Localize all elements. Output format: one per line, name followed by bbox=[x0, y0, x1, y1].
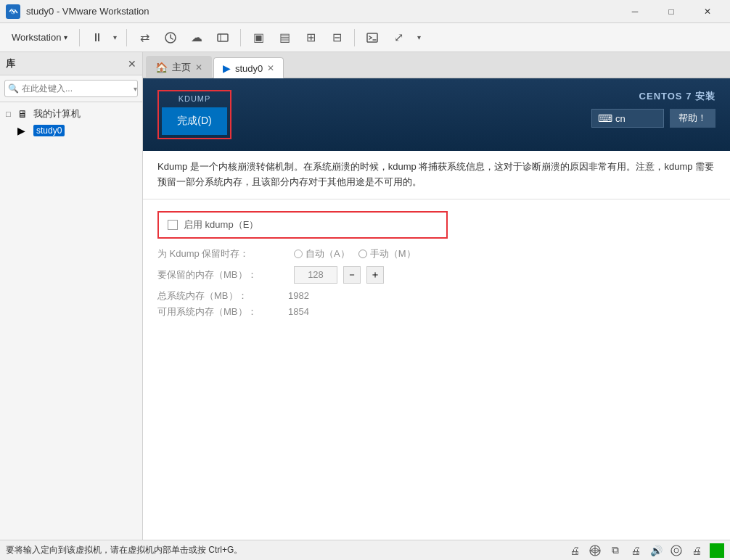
sidebar-title: 库 bbox=[6, 57, 15, 70]
keyboard-value: cn bbox=[615, 113, 626, 124]
toolbar-pause-dropdown-btn[interactable]: ▾ bbox=[109, 26, 120, 49]
toolbar-fullscreen-btn[interactable]: ⤢ bbox=[387, 26, 410, 49]
status-icon-usb[interactable] bbox=[669, 543, 684, 558]
kdump-enable-row: 启用 kdump（E） bbox=[157, 211, 448, 239]
sidebar-search: 🔍 ▾ bbox=[0, 75, 142, 102]
status-icon-printer2[interactable]: 🖨 bbox=[628, 543, 643, 558]
kdump-button-area: KDUMP 完成(D) bbox=[157, 90, 231, 139]
kdump-memory-row: 为 Kdump 保留时存： 自动（A） 手动（M） bbox=[157, 247, 715, 260]
sidebar-item-my-computer[interactable]: □ 🖥 我的计算机 bbox=[0, 105, 142, 123]
kdump-header: KDUMP 完成(D) CENTOS 7 安装 ⌨ cn 帮助！ bbox=[143, 78, 730, 151]
toolbar-group-1: ⏸ ▾ bbox=[86, 26, 120, 49]
vm-content[interactable]: KDUMP 完成(D) CENTOS 7 安装 ⌨ cn 帮助！ bbox=[143, 78, 730, 540]
toolbar-connect-btn[interactable]: ⇄ bbox=[133, 26, 156, 49]
sidebar-item-study0[interactable]: ▶ study0 bbox=[0, 123, 142, 139]
tab-study0-close[interactable]: ✕ bbox=[267, 63, 274, 73]
menu-dropdown-arrow: ▾ bbox=[64, 33, 67, 41]
title-bar: study0 - VMware Workstation ─ □ ✕ bbox=[0, 0, 730, 23]
status-icon-sound[interactable]: 🔊 bbox=[649, 543, 663, 558]
toolbar-terminal-btn[interactable] bbox=[361, 26, 384, 49]
kdump-description-text: Kdump 是一个内核崩溃转储机制。在系统崩溃的时候，kdump 将捕获系统信息… bbox=[157, 161, 714, 187]
my-computer-label: 我的计算机 bbox=[33, 107, 81, 120]
minimize-button[interactable]: ─ bbox=[618, 0, 652, 23]
reserve-row: 要保留的内存（MB）： － ＋ bbox=[157, 266, 715, 284]
status-green-indicator bbox=[710, 543, 724, 558]
tab-study0-label: study0 bbox=[235, 63, 263, 74]
kdump-title-area: CENTOS 7 安装 ⌨ cn 帮助！ bbox=[246, 90, 715, 128]
tab-home-label: 主页 bbox=[172, 61, 191, 74]
kdump-enable-label: 启用 kdump（E） bbox=[184, 218, 258, 231]
maximize-button[interactable]: □ bbox=[655, 0, 688, 23]
tree-expand-icon: □ bbox=[6, 110, 17, 118]
sidebar-tree: □ 🖥 我的计算机 ▶ study0 bbox=[0, 102, 142, 141]
search-box: 🔍 ▾ bbox=[4, 80, 138, 97]
kdump-description: Kdump 是一个内核崩溃转储机制。在系统崩溃的时候，kdump 将捕获系统信息… bbox=[143, 151, 730, 199]
tab-study0-icon: ▶ bbox=[223, 62, 231, 74]
available-memory-value: 1854 bbox=[288, 306, 309, 317]
svg-point-9 bbox=[674, 548, 678, 553]
toolbar-snapshot-btn[interactable] bbox=[159, 26, 182, 49]
status-bar: 要将输入定向到该虚拟机，请在虚拟机内部单击或按 Ctrl+G。 🖨 ⧉ 🖨 🔊 … bbox=[0, 540, 730, 560]
main-layout: 库 ✕ 🔍 ▾ □ 🖥 我的计算机 ▶ study0 bbox=[0, 52, 730, 540]
vmware-icon bbox=[6, 4, 20, 19]
tab-home[interactable]: 🏠 主页 ✕ bbox=[146, 56, 212, 78]
kdump-enable-checkbox[interactable] bbox=[168, 220, 178, 230]
status-icon-print[interactable]: 🖨 bbox=[567, 543, 582, 558]
radio-auto-label: 自动（A） bbox=[305, 247, 350, 260]
stepper-plus-btn[interactable]: ＋ bbox=[366, 266, 384, 284]
total-memory-value: 1982 bbox=[288, 290, 309, 301]
search-dropdown-arrow[interactable]: ▾ bbox=[134, 85, 137, 93]
keyboard-input[interactable]: ⌨ cn bbox=[591, 109, 664, 128]
workstation-menu[interactable]: Workstation ▾ bbox=[6, 29, 73, 46]
radio-manual-circle bbox=[358, 250, 367, 258]
toolbar-view3-btn[interactable]: ⊞ bbox=[299, 26, 322, 49]
status-bar-right: 🖨 ⧉ 🖨 🔊 🖨 bbox=[567, 543, 724, 558]
toolbar-view2-btn[interactable]: ▤ bbox=[273, 26, 296, 49]
keyboard-row: ⌨ cn 帮助！ bbox=[591, 109, 715, 128]
toolbar-view4-btn[interactable]: ⊟ bbox=[325, 26, 348, 49]
search-icon: 🔍 bbox=[8, 83, 19, 94]
sidebar-header: 库 ✕ bbox=[0, 52, 142, 75]
status-message: 要将输入定向到该虚拟机，请在虚拟机内部单击或按 Ctrl+G。 bbox=[6, 544, 242, 556]
status-icon-network[interactable] bbox=[588, 543, 602, 558]
reserve-memory-input[interactable] bbox=[294, 266, 337, 284]
toolbar-separator-4 bbox=[354, 29, 355, 46]
radio-manual-label: 手动（M） bbox=[370, 247, 416, 260]
workstation-label: Workstation bbox=[12, 32, 61, 43]
status-icon-vm[interactable]: ⧉ bbox=[608, 543, 623, 558]
radio-manual[interactable]: 手动（M） bbox=[358, 247, 416, 260]
toolbar-cloud2-btn[interactable] bbox=[211, 26, 234, 49]
vm-icon: ▶ bbox=[17, 125, 30, 136]
svg-point-8 bbox=[671, 545, 681, 556]
avail-row: 可用系统内存（MB）： 1854 bbox=[157, 305, 715, 318]
toolbar-cloud-btn[interactable]: ☁ bbox=[185, 26, 208, 49]
toolbar-pause-btn[interactable]: ⏸ bbox=[86, 26, 109, 49]
menu-bar: Workstation ▾ ⏸ ▾ ⇄ ☁ ▣ ▤ ⊞ ⊟ ⤢ ▾ bbox=[0, 23, 730, 52]
total-memory-label: 总系统内存（MB）： bbox=[157, 289, 288, 302]
toolbar-fullscreen-dropdown-btn[interactable]: ▾ bbox=[413, 26, 425, 49]
svg-rect-3 bbox=[218, 34, 228, 41]
total-row: 总系统内存（MB）： 1982 bbox=[157, 289, 715, 302]
search-input[interactable] bbox=[22, 83, 131, 94]
sidebar-close-button[interactable]: ✕ bbox=[128, 58, 136, 70]
help-button[interactable]: 帮助！ bbox=[670, 109, 715, 128]
toolbar-separator-3 bbox=[240, 29, 241, 46]
radio-auto[interactable]: 自动（A） bbox=[294, 247, 350, 260]
sidebar: 库 ✕ 🔍 ▾ □ 🖥 我的计算机 ▶ study0 bbox=[0, 52, 143, 540]
centos-label: CENTOS 7 安装 bbox=[639, 90, 715, 103]
toolbar-view1-btn[interactable]: ▣ bbox=[247, 26, 270, 49]
kdump-done-button[interactable]: 完成(D) bbox=[162, 107, 227, 135]
vm-name-label: study0 bbox=[33, 125, 65, 136]
radio-auto-circle bbox=[294, 250, 303, 258]
reserve-memory-label: 要保留的内存（MB）： bbox=[157, 268, 288, 281]
stepper-minus-btn[interactable]: － bbox=[343, 266, 361, 284]
tab-home-close[interactable]: ✕ bbox=[195, 62, 202, 73]
status-icon-hdd[interactable]: 🖨 bbox=[689, 543, 704, 558]
content-area: 🏠 主页 ✕ ▶ study0 ✕ KDUMP 完成(D) bbox=[143, 52, 730, 540]
tab-study0[interactable]: ▶ study0 ✕ bbox=[213, 57, 284, 78]
computer-icon: 🖥 bbox=[17, 108, 30, 120]
title-bar-controls: ─ □ ✕ bbox=[618, 0, 724, 23]
tab-home-icon: 🏠 bbox=[155, 62, 168, 73]
tab-bar: 🏠 主页 ✕ ▶ study0 ✕ bbox=[143, 52, 730, 78]
close-button[interactable]: ✕ bbox=[691, 0, 724, 23]
